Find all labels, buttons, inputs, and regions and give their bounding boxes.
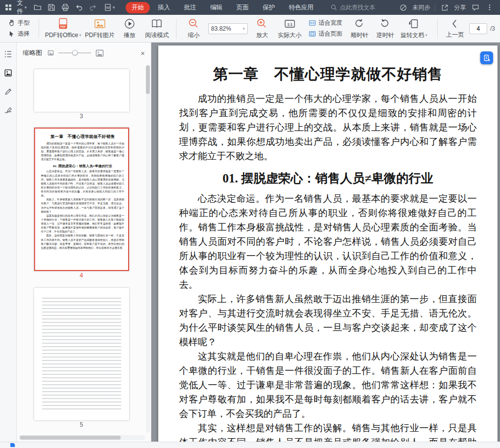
caret-down-icon: ▾ <box>113 5 115 10</box>
sync-status-icon[interactable] <box>398 2 408 12</box>
paragraph: 这其实就是他们的自卑心理在作祟，他们从内心深处认为销售是一个卑微的行业，干销售是… <box>179 349 477 421</box>
rotate-clockwise-icon <box>354 18 365 30</box>
select-tool-button[interactable]: 选择 <box>8 30 30 38</box>
rotate-counterclockwise-button[interactable]: 逆时针 <box>374 17 397 41</box>
rotate-counterclockwise-label: 逆时针 <box>376 31 394 40</box>
hand-tool-button[interactable]: 手型 <box>8 19 30 27</box>
open-file-icon[interactable] <box>33 2 43 12</box>
scrollbar-thumb[interactable] <box>20 436 121 440</box>
find-text-box[interactable] <box>330 4 394 11</box>
tab-protect[interactable]: 保护 <box>257 2 281 13</box>
tab-annotate[interactable]: 批注 <box>178 2 202 13</box>
thumbnail-horizontal-scrollbar[interactable] <box>19 435 145 440</box>
wps-doc-status-icon[interactable] <box>10 443 15 448</box>
fit-page-icon <box>309 31 316 37</box>
play-label: 播放 <box>124 31 136 40</box>
sidebar-rail <box>0 43 17 442</box>
page-number-input-box[interactable] <box>469 23 487 34</box>
section-title: 01. 摆脱虚荣心：销售人员≠卑微的行业 <box>179 170 477 186</box>
page-number-input[interactable] <box>470 24 487 34</box>
thumbnail-size-slider[interactable] <box>58 52 91 53</box>
outline-panel-icon[interactable] <box>3 48 14 59</box>
select-tool-label: 选择 <box>18 30 30 38</box>
zoom-input[interactable] <box>211 25 241 32</box>
chevron-left-icon <box>450 18 460 29</box>
divider <box>176 19 177 39</box>
mini-paragraph: 实际上，许多销售新人虽然敢于迈出推销生涯的第一步，但直接面对客户、与其进行交流时… <box>41 197 124 213</box>
titlebar-right-actions: 未同步 分享 <box>398 2 500 12</box>
annotation-panel-icon[interactable] <box>3 86 14 97</box>
thumbnail-list: 3 第一章 不懂心理学就做不好销售 成功的推销员一定是一个伟大的心理学家，每个销… <box>17 63 146 434</box>
read-mode-button[interactable]: 阅读模式 <box>144 17 170 41</box>
save-icon[interactable] <box>46 2 56 12</box>
actual-size-button[interactable]: 1:1 实际大小 <box>276 17 303 41</box>
thumbnail-page-number: 3 <box>17 112 146 121</box>
fit-width-button[interactable]: 适合宽度 <box>309 19 342 27</box>
file-menu-label: 文件 <box>17 0 23 16</box>
small-thumbnail-icon[interactable] <box>47 50 54 56</box>
thumbnail-panel: 缩略图 × 3 第一章 不懂心理学就做不好销售 成功的推销员一 <box>17 43 151 442</box>
caret-down-icon: ▾ <box>425 33 428 38</box>
caret-down-icon[interactable]: ▾ <box>243 26 245 31</box>
thumbnail-page-4-content: 第一章 不懂心理学就做不好销售 成功的推销员一定是一个伟大的心理学家，每个销售人… <box>35 129 128 270</box>
play-button[interactable]: 播放 <box>118 17 141 41</box>
rotate-document-button[interactable]: 旋转文档▾ <box>400 17 428 41</box>
fit-page-label: 适合页面 <box>318 30 342 38</box>
file-menu-button[interactable]: 文件 ▾ <box>16 0 28 16</box>
large-thumbnail-icon[interactable] <box>95 49 104 57</box>
search-input[interactable] <box>340 4 394 11</box>
pdf-page[interactable]: 第一章 不懂心理学就做不好销售 成功的推销员一定是一个伟大的心理学家，每个销售人… <box>158 45 498 442</box>
page-total-label: /3 <box>490 25 495 32</box>
thumbnail-page-4[interactable]: 第一章 不懂心理学就做不好销售 成功的推销员一定是一个伟大的心理学家，每个销售人… <box>34 128 129 271</box>
pdf-to-image-button[interactable]: PDF转图片 <box>84 17 115 41</box>
fit-width-label: 适合宽度 <box>318 19 342 27</box>
previous-page-button[interactable]: 上一页 <box>444 17 466 40</box>
slider-knob[interactable] <box>72 50 78 55</box>
fit-width-icon <box>309 20 316 26</box>
zoom-out-button[interactable]: 缩小 <box>182 17 205 41</box>
sync-status-label[interactable]: 未同步 <box>412 3 430 12</box>
content-area: 缩略图 × 3 第一章 不懂心理学就做不好销售 成功的推销员一 <box>0 43 500 442</box>
mini-paragraph: 其实，这样想是对销售工作的误解。销售与其他行业一样，只是具体工作内容不同。销售人… <box>41 234 124 250</box>
floating-tool-button[interactable] <box>480 51 493 64</box>
zoom-in-button[interactable]: 放大 <box>251 17 273 41</box>
scrollbar-thumb[interactable] <box>146 65 150 94</box>
signature-panel-icon[interactable] <box>3 105 14 116</box>
thumbnail-vertical-scrollbar[interactable] <box>146 65 150 433</box>
comment-icon[interactable] <box>470 2 480 12</box>
tab-insert[interactable]: 插入 <box>152 2 176 13</box>
app-menu-icon[interactable] <box>5 2 12 12</box>
tab-page[interactable]: 页面 <box>230 2 255 13</box>
undo-icon[interactable] <box>74 2 84 12</box>
pdf-to-office-button[interactable]: PDF PDF转Office▾ <box>45 17 81 41</box>
play-icon <box>124 18 136 30</box>
tab-edit[interactable]: 编辑 <box>204 2 228 13</box>
share-label[interactable]: 分享 <box>454 3 466 12</box>
hand-icon <box>8 19 15 27</box>
search-icon <box>330 4 337 11</box>
zoom-level-combobox[interactable]: ▾ <box>208 23 248 34</box>
print-icon[interactable] <box>60 2 70 12</box>
previous-page-label: 上一页 <box>446 31 464 39</box>
share-icon[interactable] <box>440 2 450 12</box>
mini-section-title: 01. 摆脱虚荣心：销售人员≠卑微的行业 <box>41 164 124 168</box>
mini-paragraph: 这其实就是他们的自卑心理在作祟，他们从内心深处认为销售是一个卑微的行业，干销售是… <box>41 214 124 234</box>
more-options-icon[interactable] <box>485 2 495 12</box>
statusbar <box>0 442 500 448</box>
fit-page-button[interactable]: 适合页面 <box>309 30 342 38</box>
thumbnails-panel-icon[interactable] <box>3 67 14 78</box>
zoom-in-label: 放大 <box>256 31 268 40</box>
caret-down-icon: ▾ <box>25 5 27 10</box>
close-panel-icon[interactable]: × <box>140 49 145 57</box>
redo-icon[interactable] <box>88 2 98 12</box>
rotate-clockwise-label: 顺时针 <box>351 31 368 40</box>
tab-home[interactable]: 开始 <box>126 2 150 13</box>
tab-special-apps[interactable]: 特色应用 <box>283 2 319 13</box>
thumbnail-page-3[interactable] <box>34 69 129 112</box>
hand-tool-label: 手型 <box>18 19 30 27</box>
thumbnail-page-5[interactable] <box>34 288 129 420</box>
rotate-clockwise-button[interactable]: 顺时针 <box>348 17 371 41</box>
thumbnail-page-number-selected: 4 <box>17 271 146 280</box>
document-switch-icon[interactable]: W ▾ <box>102 2 117 12</box>
divider <box>435 4 435 11</box>
